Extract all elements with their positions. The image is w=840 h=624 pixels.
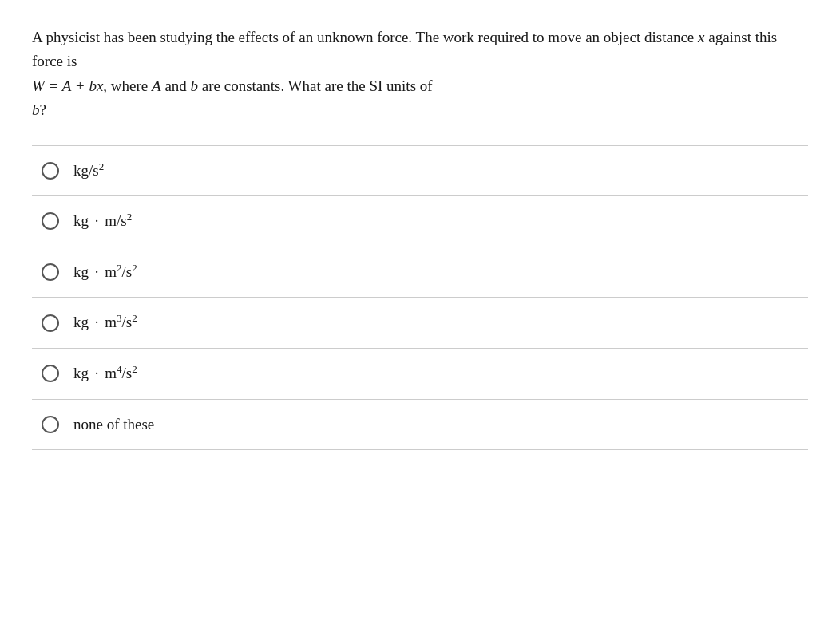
option-6[interactable]: none of these: [32, 400, 808, 451]
variable-b: b: [191, 77, 199, 94]
option-1-label: kg/s2: [73, 160, 104, 182]
variable-A: A: [152, 77, 161, 94]
options-list: kg/s2 kg · m/s2 kg · m2/s2 kg · m3/s2 kg…: [32, 146, 808, 451]
variable-b2: b: [32, 101, 40, 118]
option-4[interactable]: kg · m3/s2: [32, 298, 808, 349]
option-2[interactable]: kg · m/s2: [32, 196, 808, 247]
option-4-label: kg · m3/s2: [73, 312, 137, 334]
variable-x: x: [698, 29, 704, 45]
radio-2[interactable]: [42, 212, 59, 230]
radio-3[interactable]: [42, 263, 59, 281]
radio-5[interactable]: [42, 365, 59, 382]
radio-4[interactable]: [42, 314, 59, 332]
option-6-label: none of these: [73, 414, 154, 436]
page-container: A physicist has been studying the effect…: [0, 0, 840, 476]
radio-1[interactable]: [42, 162, 59, 180]
option-5-label: kg · m4/s2: [73, 363, 137, 385]
option-3[interactable]: kg · m2/s2: [32, 247, 808, 298]
option-2-label: kg · m/s2: [73, 211, 132, 232]
option-3-label: kg · m2/s2: [73, 262, 137, 283]
question-text: A physicist has been studying the effect…: [32, 26, 808, 123]
option-1[interactable]: kg/s2: [32, 146, 808, 197]
radio-6[interactable]: [42, 416, 59, 433]
option-5[interactable]: kg · m4/s2: [32, 349, 808, 400]
equation: W = A + bx: [32, 77, 103, 94]
